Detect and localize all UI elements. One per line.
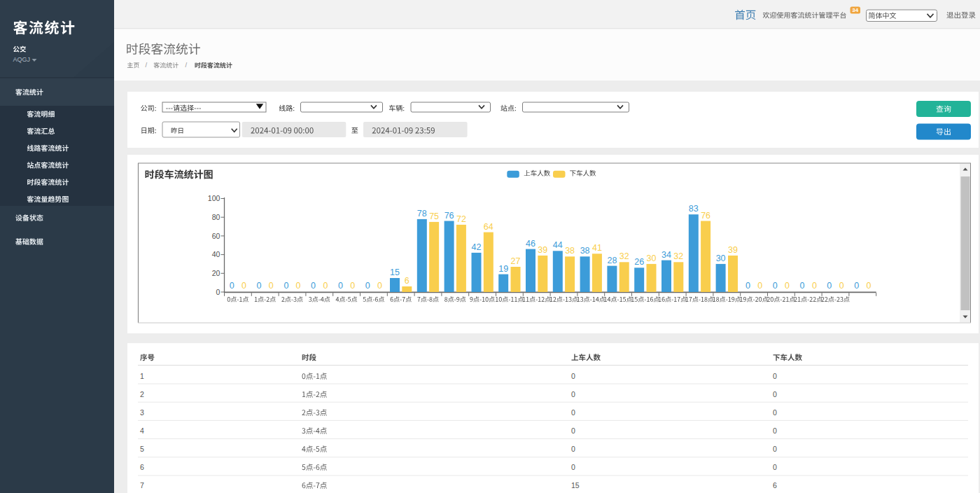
svg-text:38: 38 <box>565 246 575 256</box>
svg-text:30: 30 <box>716 254 726 263</box>
svg-text:0: 0 <box>571 426 575 435</box>
svg-text:0: 0 <box>365 281 370 291</box>
svg-text:0: 0 <box>284 281 288 291</box>
svg-text:0: 0 <box>323 281 328 291</box>
svg-text:0: 0 <box>216 288 220 296</box>
svg-text:38: 38 <box>580 246 590 256</box>
svg-text:76: 76 <box>444 211 454 221</box>
svg-text:AQGJ: AQGJ <box>13 56 31 63</box>
svg-text:6: 6 <box>140 463 144 471</box>
svg-text:0: 0 <box>785 281 790 291</box>
svg-text:6: 6 <box>773 481 777 489</box>
svg-text:3: 3 <box>140 408 144 417</box>
svg-text:0: 0 <box>571 372 575 380</box>
svg-text:76: 76 <box>701 211 710 221</box>
svg-text:0: 0 <box>773 408 777 417</box>
svg-text:0: 0 <box>773 281 778 291</box>
svg-text:80: 80 <box>212 213 220 221</box>
svg-text:32: 32 <box>673 251 683 261</box>
svg-text:27: 27 <box>511 256 521 266</box>
svg-text:5: 5 <box>140 445 144 453</box>
svg-text:41: 41 <box>592 243 602 253</box>
svg-text:0: 0 <box>571 390 575 398</box>
svg-text:0: 0 <box>757 281 762 291</box>
svg-text:46: 46 <box>526 239 536 249</box>
svg-text:40: 40 <box>212 250 220 258</box>
svg-text:28: 28 <box>607 256 617 265</box>
svg-text:32: 32 <box>620 251 629 261</box>
svg-text:0: 0 <box>800 281 805 291</box>
svg-text:0: 0 <box>773 463 777 471</box>
svg-text:39: 39 <box>538 245 547 255</box>
svg-text:42: 42 <box>472 242 482 252</box>
svg-text:0: 0 <box>827 281 832 291</box>
svg-text:60: 60 <box>212 232 220 240</box>
svg-text:72: 72 <box>456 214 466 224</box>
svg-text:75: 75 <box>429 211 439 221</box>
svg-text:0: 0 <box>571 408 575 417</box>
svg-text:20: 20 <box>212 269 220 277</box>
svg-text:1: 1 <box>140 372 144 380</box>
svg-text:30: 30 <box>647 254 657 263</box>
svg-text:34: 34 <box>662 250 671 260</box>
svg-text:0: 0 <box>311 281 316 291</box>
svg-text:0: 0 <box>773 445 777 453</box>
svg-text:/: / <box>146 61 148 69</box>
svg-text:100: 100 <box>208 194 220 202</box>
svg-text:0: 0 <box>269 281 274 291</box>
svg-text:0: 0 <box>377 281 382 291</box>
svg-text:/: / <box>186 61 188 69</box>
svg-text:0: 0 <box>571 463 575 471</box>
svg-text:0: 0 <box>571 445 575 453</box>
svg-text:4: 4 <box>140 426 144 435</box>
svg-text:78: 78 <box>417 209 427 218</box>
svg-text:44: 44 <box>553 240 563 250</box>
svg-text:83: 83 <box>689 204 699 214</box>
svg-text:0: 0 <box>773 426 777 435</box>
svg-text:39: 39 <box>728 245 738 255</box>
svg-text:0: 0 <box>257 281 262 291</box>
svg-text:7: 7 <box>140 481 144 489</box>
svg-text:0: 0 <box>854 281 859 291</box>
svg-text:26: 26 <box>634 257 644 267</box>
svg-text:0: 0 <box>350 281 355 291</box>
svg-text:2: 2 <box>140 390 144 398</box>
svg-text:64: 64 <box>484 222 493 232</box>
svg-text:0: 0 <box>296 281 301 291</box>
svg-text:0: 0 <box>773 390 777 398</box>
svg-text:19: 19 <box>498 264 508 274</box>
svg-text:0: 0 <box>812 281 817 291</box>
svg-text:0: 0 <box>746 281 750 291</box>
svg-text:0: 0 <box>867 281 872 291</box>
svg-text:0: 0 <box>839 281 844 291</box>
svg-text:0: 0 <box>338 281 343 291</box>
svg-text:6: 6 <box>405 276 410 286</box>
svg-text:0: 0 <box>230 281 234 291</box>
svg-text:34: 34 <box>852 7 858 13</box>
svg-text:15: 15 <box>571 481 580 489</box>
svg-text:0: 0 <box>773 372 777 380</box>
svg-text:15: 15 <box>390 268 400 277</box>
svg-text:0: 0 <box>241 281 246 291</box>
